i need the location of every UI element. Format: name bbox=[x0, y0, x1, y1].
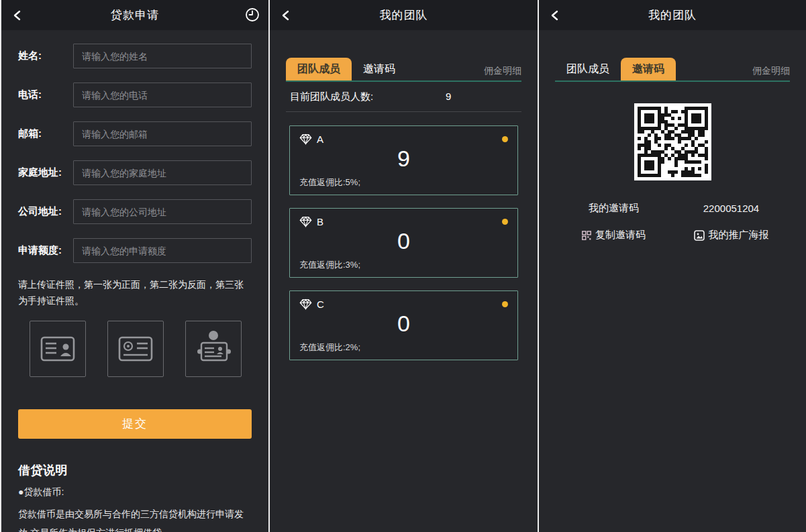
form-row-home-address: 家庭地址: bbox=[18, 160, 252, 185]
home-address-label: 家庭地址: bbox=[18, 166, 73, 179]
commission-details-link[interactable]: 佣金明细 bbox=[484, 65, 521, 81]
level-rebate: 充值返佣比:3%; bbox=[299, 259, 508, 271]
page-title: 贷款申请 bbox=[1, 7, 268, 23]
copy-invite-code-button[interactable]: 复制邀请码 bbox=[555, 229, 672, 242]
invite-code-label: 我的邀请码 bbox=[555, 202, 672, 215]
diamond-icon bbox=[299, 134, 312, 145]
level-name: C bbox=[317, 299, 324, 310]
level-name: A bbox=[317, 134, 323, 145]
loan-description: 借贷说明 ●贷款借币: 贷款借币是由交易所与合作的三方信贷机构进行申请发放,交易… bbox=[18, 462, 252, 532]
diamond-icon bbox=[299, 299, 312, 310]
tab-invite-code[interactable]: 邀请码 bbox=[352, 58, 407, 81]
page-title: 我的团队 bbox=[270, 7, 538, 23]
member-count-label: 目前团队成员人数: bbox=[290, 91, 373, 102]
email-label: 邮箱: bbox=[18, 127, 73, 140]
form-row-company-address: 公司地址: bbox=[18, 199, 252, 224]
submit-button[interactable]: 提交 bbox=[18, 409, 252, 439]
upload-id-back-button[interactable] bbox=[107, 321, 164, 377]
level-rebate: 充值返佣比:5%; bbox=[299, 176, 508, 189]
id-card-front-icon bbox=[38, 333, 78, 364]
copy-invite-code-label: 复制邀请码 bbox=[595, 229, 646, 242]
team-appbar: 我的团队 bbox=[270, 0, 538, 30]
form-row-email: 邮箱: bbox=[18, 121, 252, 146]
back-icon[interactable] bbox=[279, 8, 293, 23]
loan-note-bullet-1: ●贷款借币: bbox=[18, 485, 252, 500]
invite-code-row: 我的邀请码 2200051204 bbox=[555, 202, 790, 215]
history-clock-icon[interactable] bbox=[245, 7, 260, 22]
form-row-name: 姓名: bbox=[18, 44, 252, 68]
member-count-row: 目前团队成员人数: 9 bbox=[286, 82, 521, 112]
status-dot bbox=[502, 136, 508, 142]
loan-note-body-1: 贷款借币是由交易所与合作的三方信贷机构进行申请发放,交易所作为担保方进行抵押借贷… bbox=[18, 505, 252, 532]
upload-id-front-button[interactable] bbox=[30, 321, 86, 377]
status-dot bbox=[502, 301, 508, 307]
app-screen: 贷款申请 姓名: 电话: 邮箱: 家庭地址: bbox=[0, 0, 806, 532]
invite-code-value: 2200051204 bbox=[672, 202, 790, 215]
promo-poster-label: 我的推广海报 bbox=[709, 229, 769, 242]
name-input[interactable] bbox=[73, 44, 252, 68]
promo-poster-button[interactable]: 我的推广海报 bbox=[672, 229, 790, 242]
loan-appbar: 贷款申请 bbox=[1, 0, 268, 30]
status-dot bbox=[502, 219, 508, 225]
tab-team-members[interactable]: 团队成员 bbox=[555, 58, 621, 81]
company-address-input[interactable] bbox=[73, 199, 252, 224]
invite-actions-row: 复制邀请码 我的推广海报 bbox=[555, 229, 790, 242]
loan-form: 姓名: 电话: 邮箱: 家庭地址: 公司地址: 申请额度: bbox=[1, 30, 268, 532]
level-card-c: C 0 充值返佣比:2%; bbox=[289, 290, 518, 360]
email-input[interactable] bbox=[73, 121, 252, 146]
level-card-a: A 9 充值返佣比:5%; bbox=[289, 125, 518, 195]
member-count-value: 9 bbox=[446, 91, 451, 102]
upload-id-handheld-button[interactable] bbox=[185, 321, 242, 377]
team-level-cards: A 9 充值返佣比:5%; bbox=[286, 112, 521, 360]
back-icon[interactable] bbox=[10, 8, 25, 23]
phone-label: 电话: bbox=[18, 89, 73, 101]
invite-tabbar: 团队成员 邀请码 佣金明细 bbox=[555, 58, 790, 82]
level-member-count: 0 bbox=[299, 228, 508, 254]
team-tabbar: 团队成员 邀请码 佣金明细 bbox=[286, 58, 521, 82]
invite-appbar: 我的团队 bbox=[539, 0, 806, 30]
amount-label: 申请额度: bbox=[18, 244, 73, 257]
id-card-back-icon bbox=[115, 333, 156, 364]
invite-info: 我的邀请码 2200051204 bbox=[555, 202, 790, 242]
upload-instructions: 请上传证件照，第一张为正面，第二张为反面，第三张为手持证件照。 bbox=[18, 277, 252, 309]
level-name: B bbox=[317, 216, 323, 227]
back-icon[interactable] bbox=[548, 8, 562, 23]
invite-code-panel: 我的团队 团队成员 邀请码 佣金明细 我的邀请码 2200051204 bbox=[539, 0, 806, 532]
level-card-b: B 0 充值返佣比:3%; bbox=[289, 208, 518, 278]
level-member-count: 9 bbox=[299, 146, 508, 172]
form-row-amount: 申请额度: bbox=[18, 238, 252, 263]
loan-description-title: 借贷说明 bbox=[18, 462, 252, 478]
poster-image-icon bbox=[694, 230, 705, 241]
level-rebate: 充值返佣比:2%; bbox=[299, 341, 508, 354]
level-member-count: 0 bbox=[299, 311, 508, 337]
page-title: 我的团队 bbox=[539, 7, 806, 23]
diamond-icon bbox=[299, 216, 312, 227]
qr-code-wrap bbox=[555, 103, 790, 180]
copy-qr-icon bbox=[582, 231, 591, 240]
name-label: 姓名: bbox=[18, 50, 73, 62]
team-body: 团队成员 邀请码 佣金明细 目前团队成员人数: 9 bbox=[270, 58, 538, 360]
id-photo-uploads bbox=[30, 321, 252, 377]
id-card-handheld-icon bbox=[193, 329, 234, 368]
amount-input[interactable] bbox=[73, 238, 252, 263]
team-members-panel: 我的团队 团队成员 邀请码 佣金明细 目前团队成员人数: 9 bbox=[270, 0, 538, 532]
invite-body: 团队成员 邀请码 佣金明细 我的邀请码 2200051204 bbox=[539, 58, 806, 242]
form-row-phone: 电话: bbox=[18, 83, 252, 107]
phone-input[interactable] bbox=[73, 83, 252, 107]
commission-details-link[interactable]: 佣金明细 bbox=[752, 65, 790, 81]
tab-invite-code[interactable]: 邀请码 bbox=[621, 58, 676, 81]
home-address-input[interactable] bbox=[73, 160, 252, 185]
qr-code bbox=[634, 103, 711, 180]
loan-application-panel: 贷款申请 姓名: 电话: 邮箱: 家庭地址: bbox=[1, 0, 268, 532]
tab-team-members[interactable]: 团队成员 bbox=[286, 58, 352, 81]
company-address-label: 公司地址: bbox=[18, 205, 73, 218]
